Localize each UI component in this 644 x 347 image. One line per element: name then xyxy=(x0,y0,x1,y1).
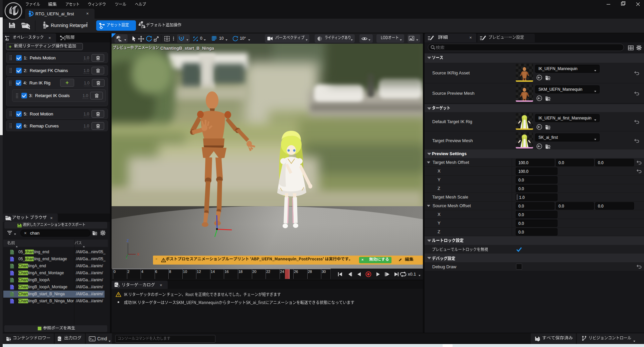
svg-text:Z: Z xyxy=(127,239,129,243)
svg-text:X: X xyxy=(137,252,140,256)
